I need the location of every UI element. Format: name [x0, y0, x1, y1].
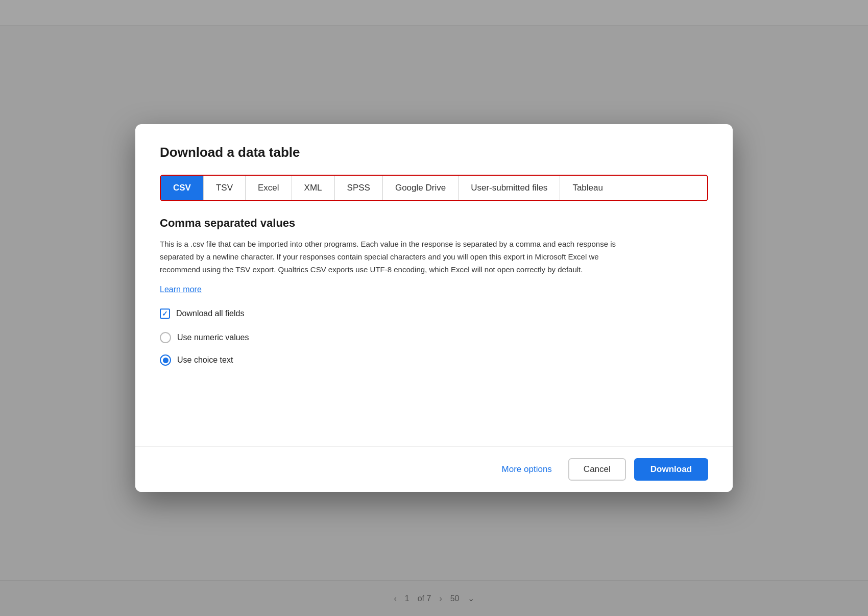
section-description: This is a .csv file that can be imported… [160, 238, 619, 276]
learn-more-link[interactable]: Learn more [160, 285, 708, 294]
tab-xml[interactable]: XML [292, 176, 335, 200]
modal-title: Download a data table [160, 145, 708, 160]
use-choice-text-label: Use choice text [177, 356, 233, 365]
tab-csv[interactable]: CSV [161, 176, 204, 200]
tab-tsv[interactable]: TSV [204, 176, 246, 200]
radio-selected-dot [163, 358, 168, 363]
tab-spss[interactable]: SPSS [335, 176, 383, 200]
section-title: Comma separated values [160, 217, 708, 230]
tab-google-drive[interactable]: Google Drive [383, 176, 459, 200]
tab-user-submitted[interactable]: User-submitted files [459, 176, 560, 200]
use-numeric-label: Use numeric values [177, 333, 249, 342]
tab-excel[interactable]: Excel [246, 176, 292, 200]
download-all-fields-row[interactable]: ✓ Download all fields [160, 309, 708, 319]
cancel-button[interactable]: Cancel [568, 458, 626, 481]
modal-body: Download a data table CSV TSV Excel XML … [135, 124, 733, 446]
modal-footer: More options Cancel Download [135, 446, 733, 492]
use-numeric-values-row[interactable]: Use numeric values [160, 332, 708, 343]
use-choice-text-radio[interactable] [160, 354, 171, 366]
modal-overlay: Download a data table CSV TSV Excel XML … [0, 0, 868, 616]
use-choice-text-row[interactable]: Use choice text [160, 354, 708, 366]
more-options-button[interactable]: More options [494, 459, 560, 480]
format-tabs: CSV TSV Excel XML SPSS Google Drive User… [160, 175, 708, 201]
download-all-fields-checkbox[interactable]: ✓ [160, 309, 170, 319]
checkmark-icon: ✓ [162, 310, 168, 318]
download-all-fields-label: Download all fields [176, 309, 244, 318]
download-modal: Download a data table CSV TSV Excel XML … [135, 124, 733, 492]
download-button[interactable]: Download [634, 458, 708, 481]
use-numeric-radio[interactable] [160, 332, 171, 343]
tab-tableau[interactable]: Tableau [560, 176, 615, 200]
